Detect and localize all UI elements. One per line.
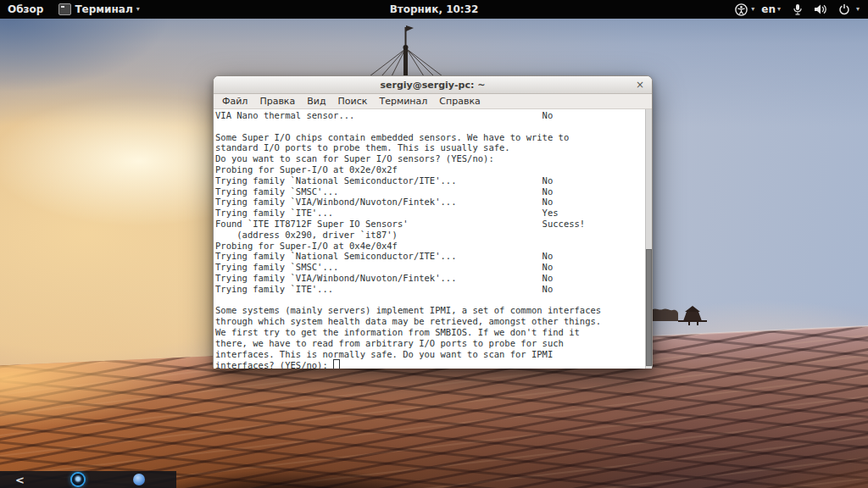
terminal-cursor bbox=[333, 359, 340, 369]
app-menu-label: Терминал bbox=[75, 3, 132, 15]
menu-help[interactable]: Справка bbox=[433, 94, 486, 108]
window-title: sergiy@sergiy-pc: ~ bbox=[381, 80, 486, 91]
status-area: ▾ en ▾ ▾ bbox=[732, 0, 868, 19]
accessibility-icon bbox=[735, 3, 748, 16]
bottom-dock: < bbox=[0, 471, 176, 488]
volume-icon bbox=[814, 3, 827, 15]
menu-terminal[interactable]: Терминал bbox=[373, 94, 433, 108]
window-titlebar[interactable]: sergiy@sergiy-pc: ~ × bbox=[214, 76, 652, 94]
menu-view[interactable]: Вид bbox=[301, 94, 331, 108]
microphone-icon bbox=[793, 3, 803, 15]
terminal-app-icon bbox=[58, 3, 71, 15]
terminal-window: sergiy@sergiy-pc: ~ × Файл Правка Вид По… bbox=[213, 75, 653, 369]
menu-edit[interactable]: Правка bbox=[253, 94, 301, 108]
keyboard-layout-menu[interactable]: en bbox=[754, 0, 777, 19]
dock-app-icon[interactable] bbox=[133, 474, 145, 485]
dock-app-icon-active[interactable] bbox=[72, 474, 84, 485]
chevron-down-icon: ▾ bbox=[777, 6, 781, 13]
island-hut-silhouette bbox=[653, 301, 729, 328]
menu-search[interactable]: Поиск bbox=[332, 94, 374, 108]
activities-label: Обзор bbox=[8, 3, 43, 15]
terminal-scrollbar[interactable] bbox=[645, 109, 652, 369]
terminal-output-text: VIA Nano thermal sensor... No Some Super… bbox=[215, 110, 601, 369]
accessibility-menu[interactable] bbox=[732, 0, 751, 19]
app-menu-terminal[interactable]: Терминал ▾ bbox=[51, 0, 147, 19]
chevron-down-icon: ▾ bbox=[856, 6, 860, 13]
terminal-output-area[interactable]: VIA Nano thermal sensor... No Some Super… bbox=[214, 109, 652, 369]
close-button[interactable]: × bbox=[636, 79, 644, 91]
scrollbar-thumb[interactable] bbox=[646, 249, 652, 366]
activities-button[interactable]: Обзор bbox=[0, 0, 51, 19]
system-menu[interactable]: ▾ bbox=[789, 0, 863, 19]
clock-label: Вторник, 10:32 bbox=[390, 3, 479, 15]
chevron-down-icon: ▾ bbox=[136, 6, 140, 13]
gnome-top-bar: Обзор Терминал ▾ Вторник, 10:32 ▾ en ▾ bbox=[0, 0, 868, 19]
dock-collapse-chevron[interactable]: < bbox=[15, 474, 25, 485]
power-icon bbox=[838, 3, 850, 15]
clock-button[interactable]: Вторник, 10:32 bbox=[390, 0, 479, 19]
ship-mast-silhouette bbox=[363, 20, 456, 76]
terminal-menubar: Файл Правка Вид Поиск Терминал Справка bbox=[214, 94, 652, 109]
keyboard-layout-label: en bbox=[761, 3, 776, 15]
menu-file[interactable]: Файл bbox=[216, 94, 253, 108]
